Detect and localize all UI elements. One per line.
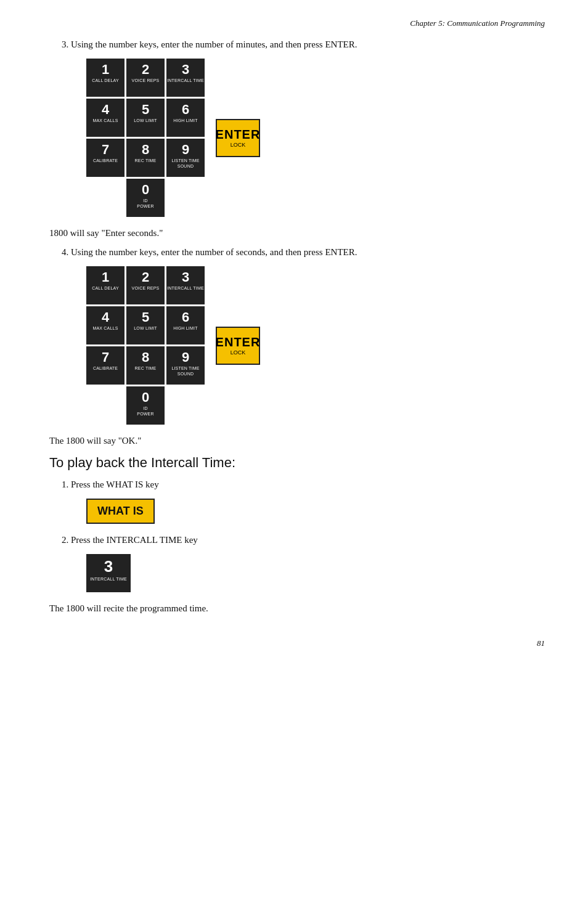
keypad-container-2: 1CALL DELAY 2VOICE REPS 3INTERCALL TIME … — [86, 266, 551, 425]
playback-step1-text: 1. Press the WHAT IS key — [62, 479, 551, 490]
key-4: 4MAX CALLS — [86, 99, 125, 137]
key-8b: 8REC TIME — [126, 346, 165, 385]
key-1: 1CALL DELAY — [86, 59, 125, 97]
keypad-grid-1: 1CALL DELAY 2VOICE REPS 3INTERCALL TIME … — [86, 59, 205, 217]
what-is-key: WHAT IS — [86, 499, 155, 524]
enter-key-1: ENTER LOCK — [216, 119, 260, 157]
key-9: 9LISTEN TIMESOUND — [166, 139, 205, 177]
keypad-container-1: 1CALL DELAY 2VOICE REPS 3INTERCALL TIME … — [86, 59, 551, 217]
page-number: 81 — [49, 638, 551, 648]
key-5: 5LOW LIMIT — [126, 99, 165, 137]
step4-note: The 1800 will say "OK." — [49, 436, 551, 446]
step3-note: 1800 will say "Enter seconds." — [49, 228, 551, 238]
final-note: The 1800 will recite the programmed time… — [49, 603, 551, 614]
step3-text: 3. Using the number keys, enter the numb… — [62, 39, 551, 50]
key-3b: 3INTERCALL TIME — [166, 266, 205, 304]
section-heading: To play back the Intercall Time: — [49, 455, 551, 471]
key-6: 6HIGH LIMIT — [166, 99, 205, 137]
key-8: 8REC TIME — [126, 139, 165, 177]
key-0: 0IDPOWER — [126, 179, 165, 217]
key-4b: 4MAX CALLS — [86, 306, 125, 344]
playback-step2-text: 2. Press the INTERCALL TIME key — [62, 535, 551, 545]
chapter-header: Chapter 5: Communication Programming — [49, 18, 551, 28]
key-2b: 2VOICE REPS — [126, 266, 165, 304]
key-7b: 7CALIBRATE — [86, 346, 125, 385]
key-5b: 5LOW LIMIT — [126, 306, 165, 344]
key-6b: 6HIGH LIMIT — [166, 306, 205, 344]
key-9b: 9LISTEN TIMESOUND — [166, 346, 205, 385]
keypad-grid-2: 1CALL DELAY 2VOICE REPS 3INTERCALL TIME … — [86, 266, 205, 425]
enter-key-2: ENTER LOCK — [216, 327, 260, 365]
key-2: 2VOICE REPS — [126, 59, 165, 97]
intercall-time-key: 3 INTERCALL TIME — [86, 554, 131, 592]
key-7: 7CALIBRATE — [86, 139, 125, 177]
key-0b: 0IDPOWER — [126, 386, 165, 425]
key-3: 3INTERCALL TIME — [166, 59, 205, 97]
step4-text: 4. Using the number keys, enter the numb… — [62, 247, 551, 258]
key-1b: 1CALL DELAY — [86, 266, 125, 304]
